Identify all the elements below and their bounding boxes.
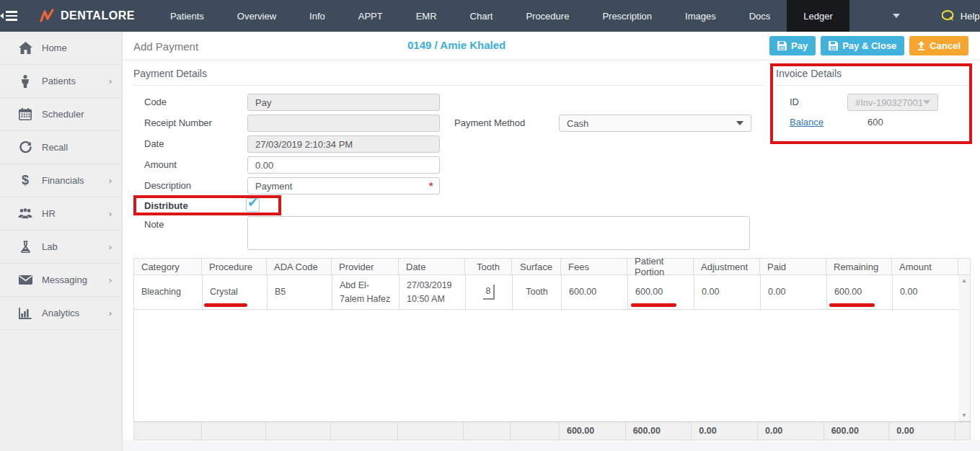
- page-title: Add Payment: [133, 40, 198, 53]
- total-empty: [331, 422, 398, 440]
- sidebar-item-financials[interactable]: $ Financials ›: [0, 164, 122, 197]
- save-icon: [777, 41, 787, 50]
- cell-adjustment: 0.00: [694, 275, 761, 310]
- column-header-adjustment: Adjustment: [694, 258, 760, 275]
- cell-fees: 600.00: [562, 275, 628, 310]
- date-field: [247, 135, 440, 153]
- sidebar-item-home[interactable]: Home: [0, 32, 122, 65]
- sidebar-item-hr[interactable]: HR ›: [0, 197, 122, 231]
- code-field: [247, 94, 440, 111]
- total-scrollbar-spacer: [955, 422, 971, 440]
- distribute-checkbox[interactable]: ✔: [246, 198, 260, 212]
- app-window: DENTALORE Patients Overview Info APPT EM…: [0, 0, 980, 451]
- nav-item-chart[interactable]: Chart: [454, 0, 510, 32]
- help-menu[interactable]: Help?: [927, 0, 980, 32]
- required-asterisk: *: [429, 180, 433, 192]
- column-header-procedure: Procedure: [202, 258, 267, 275]
- cell-remaining: 600.00: [827, 275, 893, 310]
- calendar-icon: [16, 108, 35, 120]
- total-empty: [511, 422, 560, 440]
- table-vertical-scrollbar[interactable]: ▲ ▼: [958, 275, 971, 421]
- table-header-row: Category Procedure ADA Code Provider Dat…: [133, 258, 971, 275]
- home-icon: [16, 42, 35, 54]
- invoice-id-value: #Inv-190327001: [855, 97, 923, 108]
- total-empty: [133, 422, 202, 440]
- brand-logo[interactable]: DENTALORE: [17, 0, 154, 32]
- pay-button[interactable]: Pay: [769, 36, 816, 55]
- cell-patient-portion: 600.00: [628, 275, 694, 310]
- sidebar-item-label: Analytics: [42, 308, 79, 318]
- note-field[interactable]: [247, 216, 750, 250]
- payment-method-value: Cash: [567, 118, 588, 129]
- nav-item-images[interactable]: Images: [668, 0, 733, 32]
- distribute-label: Distribute: [144, 200, 188, 211]
- sidebar-item-analytics[interactable]: Analytics ›: [0, 297, 122, 330]
- chevron-right-icon: ›: [109, 241, 112, 252]
- nav-item-info[interactable]: Info: [293, 0, 342, 32]
- nav-item-procedure[interactable]: Procedure: [509, 0, 586, 32]
- cancel-button[interactable]: Cancel: [909, 36, 968, 55]
- table-row[interactable]: Bleaching Crystal B5 Abd El-7alem Hafez …: [134, 275, 971, 310]
- sidebar-item-patients[interactable]: Patients ›: [0, 65, 122, 98]
- sidebar-collapse-icon[interactable]: [0, 0, 17, 32]
- sidebar-item-scheduler[interactable]: Scheduler: [0, 98, 122, 131]
- dollar-icon: $: [16, 173, 35, 188]
- total-remaining: 600.00: [824, 422, 890, 440]
- table-body: Bleaching Crystal B5 Abd El-7alem Hafez …: [133, 275, 971, 421]
- nav-item-emr[interactable]: EMR: [399, 0, 454, 32]
- total-empty: [398, 422, 464, 440]
- exit-arrow-icon: [917, 41, 925, 50]
- recall-icon: [16, 141, 35, 153]
- patient-icon: [16, 75, 35, 88]
- amount-field[interactable]: [247, 156, 440, 174]
- description-field[interactable]: [247, 177, 440, 195]
- chevron-right-icon: ›: [109, 175, 112, 186]
- cell-tooth: 8: [466, 275, 513, 310]
- sidebar-item-label: Home: [42, 43, 67, 53]
- column-header-surface: Surface: [512, 258, 561, 275]
- sidebar-item-label: Lab: [42, 241, 58, 252]
- scroll-down-icon[interactable]: ▼: [961, 412, 967, 419]
- chevron-right-icon: ›: [109, 76, 112, 86]
- receipt-number-label: Receipt Number: [144, 117, 212, 128]
- sidebar-item-messaging[interactable]: Messaging ›: [0, 264, 122, 297]
- note-label: Note: [144, 219, 164, 230]
- sidebar-item-label: Scheduler: [42, 109, 84, 120]
- nav-item-appt[interactable]: APPT: [342, 0, 399, 32]
- scroll-up-icon[interactable]: ▲: [961, 277, 967, 284]
- cancel-button-label: Cancel: [930, 40, 961, 51]
- patient-link[interactable]: 0149 / Amie Khaled: [407, 39, 506, 51]
- nav-item-prescription[interactable]: Prescription: [586, 0, 668, 32]
- nav-item-docs[interactable]: Docs: [733, 0, 787, 32]
- select-caret-icon: [923, 100, 930, 104]
- sidebar-item-recall[interactable]: Recall: [0, 131, 122, 164]
- collapse-arrow-icon: [0, 13, 4, 19]
- column-header-tooth: Tooth: [465, 258, 512, 275]
- payment-method-select[interactable]: Cash: [559, 115, 751, 132]
- brand-name: DENTALORE: [61, 9, 135, 22]
- topbar-right: Help? Dokki System Administrator: [849, 0, 980, 32]
- pay-and-close-button[interactable]: Pay & Close: [821, 36, 904, 55]
- help-label: Help?: [961, 11, 980, 22]
- nav-item-ledger[interactable]: Ledger: [787, 0, 849, 32]
- total-empty: [266, 422, 331, 440]
- column-header-remaining: Remaining: [826, 258, 892, 275]
- invoice-id-select: #Inv-190327001: [847, 94, 938, 111]
- tooth-number: 8: [483, 285, 495, 300]
- balance-link[interactable]: Balance: [790, 117, 824, 128]
- cell-procedure: Crystal: [203, 275, 268, 310]
- save-icon: [829, 41, 838, 50]
- top-navigation-bar: DENTALORE Patients Overview Info APPT EM…: [0, 0, 980, 32]
- code-label: Code: [144, 97, 167, 107]
- sidebar-item-label: HR: [42, 208, 56, 219]
- description-label: Description: [144, 180, 191, 191]
- pay-and-close-button-label: Pay & Close: [842, 40, 896, 51]
- nav-overflow-caret-icon[interactable]: [893, 14, 900, 18]
- column-header-provider: Provider: [332, 258, 399, 275]
- nav-item-patients[interactable]: Patients: [154, 0, 221, 32]
- sidebar-item-lab[interactable]: Lab ›: [0, 231, 122, 264]
- column-header-ada-code: ADA Code: [267, 258, 332, 275]
- cell-paid: 0.00: [761, 275, 827, 310]
- nav-item-overview[interactable]: Overview: [221, 0, 293, 32]
- invoice-id-label: ID: [790, 97, 799, 107]
